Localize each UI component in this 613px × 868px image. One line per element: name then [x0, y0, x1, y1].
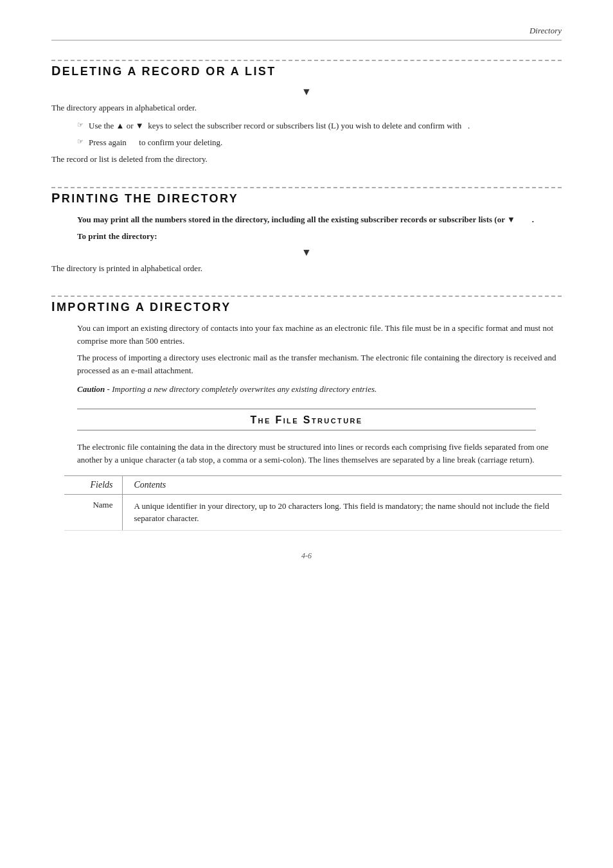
section-heading-print: PRINTING THE DIRECTORY: [51, 191, 562, 206]
fields-table: Fields Contents Name A unique identifier…: [64, 475, 562, 531]
import-caution: Caution - Importing a new directory comp…: [77, 383, 562, 396]
file-structure-body1: The electronic file containing the data …: [77, 441, 562, 466]
arrow-down-1: ▼: [51, 86, 562, 98]
import-body1: You can import an existing directory of …: [77, 322, 562, 348]
instruction-icon-2: ☞: [77, 137, 84, 146]
file-structure-box: The File Structure: [77, 409, 536, 430]
page-header: Directory: [51, 26, 562, 40]
print-bold-text: You may print all the numbers stored in …: [77, 213, 562, 226]
dashed-line-import: [51, 296, 562, 297]
header-title: Directory: [529, 26, 562, 36]
delete-instruction1-text: Use the ▲ or ▼ keys to select the subscr…: [89, 120, 470, 132]
section-import: IMPORTING A DIRECTORY You can import an …: [51, 296, 562, 531]
instruction-icon-1: ☞: [77, 121, 84, 129]
table-header-contents: Contents: [122, 475, 562, 494]
table-header-fields: Fields: [64, 475, 122, 494]
section-heading-import: IMPORTING A DIRECTORY: [51, 299, 562, 314]
dashed-line-print: [51, 187, 562, 188]
table-cell-content-name: A unique identifier in your directory, u…: [122, 494, 562, 530]
section-heading-delete: DELETING A RECORD OR A LIST: [51, 64, 562, 78]
delete-body2: The record or list is deleted from the d…: [51, 153, 562, 166]
print-body1: The directory is printed in alphabetical…: [51, 262, 562, 275]
delete-instruction2-text: Press again to confirm your deleting.: [89, 136, 222, 149]
print-sub-label: To print the directory:: [77, 230, 562, 243]
dashed-line-delete: [51, 60, 562, 61]
file-structure-title: The File Structure: [77, 409, 536, 430]
table-cell-field-name: Name: [64, 494, 122, 530]
page: Directory DELETING A RECORD OR A LIST ▼ …: [0, 0, 613, 868]
table-row: Name A unique identifier in your directo…: [64, 494, 562, 530]
import-body2: The process of importing a directory use…: [77, 351, 562, 377]
delete-instruction2: ☞ Press again to confirm your deleting.: [77, 136, 562, 149]
arrow-down-2: ▼: [51, 247, 562, 258]
delete-body1: The directory appears in alphabetical or…: [51, 102, 562, 114]
delete-instruction1: ☞ Use the ▲ or ▼ keys to select the subs…: [77, 120, 562, 132]
section-print: PRINTING THE DIRECTORY You may print all…: [51, 187, 562, 275]
section-delete: DELETING A RECORD OR A LIST ▼ The direct…: [51, 60, 562, 166]
page-number: 4-6: [51, 551, 562, 561]
